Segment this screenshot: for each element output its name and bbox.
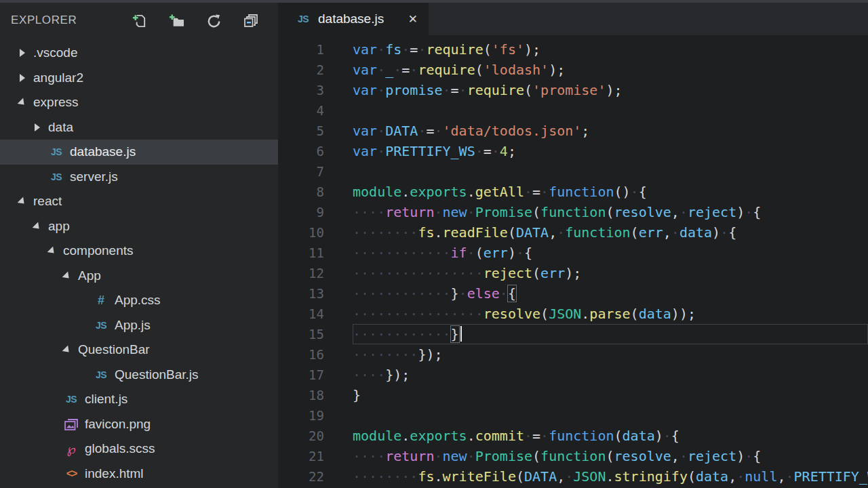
whitespace-dot: · bbox=[393, 468, 401, 485]
chevron-collapsed-icon[interactable] bbox=[34, 123, 42, 131]
tree-item-react[interactable]: react bbox=[0, 189, 278, 214]
code-token: ) bbox=[736, 204, 745, 220]
code-line[interactable]: 21····return·new·Promise(function(resolv… bbox=[278, 446, 868, 466]
code-token: fs bbox=[418, 224, 434, 241]
line-number: 4 bbox=[278, 100, 324, 121]
code-line[interactable]: 10········fs.readFile(DATA,·function(err… bbox=[278, 222, 868, 243]
chevron-expanded-icon[interactable] bbox=[34, 222, 42, 230]
tree-item-client.js[interactable]: JSclient.js bbox=[0, 387, 278, 412]
code-line[interactable]: 2var·_·=·require('lodash'); bbox=[278, 60, 868, 80]
code-token: · bbox=[540, 184, 549, 200]
chevron-collapsed-icon[interactable] bbox=[19, 74, 27, 82]
whitespace-dot: · bbox=[426, 265, 434, 281]
code-line[interactable]: 17····}); bbox=[278, 365, 868, 385]
whitespace-dot: · bbox=[565, 468, 573, 485]
tree-item-index.html[interactable]: <>index.html bbox=[0, 462, 278, 487]
tree-item-questionbar.js[interactable]: JSQuestionBar.js bbox=[0, 363, 278, 388]
tree-item-angular2[interactable]: angular2 bbox=[0, 66, 278, 91]
whitespace-dot: · bbox=[377, 123, 385, 139]
js-file-icon: JS bbox=[49, 146, 64, 157]
chevron-expanded-icon[interactable] bbox=[64, 346, 72, 354]
whitespace-dot: · bbox=[393, 245, 401, 261]
tree-item-components[interactable]: components bbox=[0, 239, 278, 264]
code-token: promise bbox=[385, 82, 442, 98]
code-line[interactable]: 9····return·new·Promise(function(resolve… bbox=[278, 202, 868, 222]
js-file-icon: JS bbox=[49, 171, 64, 182]
code-line[interactable]: 6var·PRETTIFY_WS·=·4; bbox=[278, 141, 868, 161]
code-line[interactable]: 5var·DATA·=·'data/todos.json'; bbox=[278, 121, 868, 141]
whitespace-dot: · bbox=[443, 245, 451, 261]
code-line[interactable]: 8module.exports.getAll·=·function()·{ bbox=[278, 182, 868, 202]
chevron-expanded-icon[interactable] bbox=[49, 247, 57, 255]
new-folder-button[interactable] bbox=[168, 12, 184, 28]
code-token: · bbox=[663, 428, 671, 444]
chevron-collapsed-icon[interactable] bbox=[19, 49, 27, 57]
whitespace-dot: · bbox=[377, 41, 385, 58]
whitespace-dot: · bbox=[353, 265, 361, 281]
code-line[interactable]: 15············} bbox=[278, 324, 868, 344]
code-token: = bbox=[426, 123, 434, 139]
whitespace-dot: · bbox=[393, 62, 401, 78]
whitespace-dot: · bbox=[377, 204, 385, 220]
code-token: · bbox=[467, 448, 475, 464]
code-line[interactable]: 7 bbox=[278, 161, 868, 182]
code-token: err bbox=[484, 245, 508, 261]
code-token: { bbox=[524, 245, 532, 261]
whitespace-dot: · bbox=[377, 448, 385, 464]
whitespace-dot: · bbox=[377, 62, 385, 78]
tree-item-data[interactable]: data bbox=[0, 115, 278, 140]
tab-database-js[interactable]: JS database.js ✕ bbox=[278, 3, 429, 35]
code-token: ( bbox=[484, 41, 492, 58]
tree-item-.vscode[interactable]: .vscode bbox=[0, 41, 278, 66]
line-number: 1 bbox=[278, 39, 324, 60]
code-line[interactable]: 14················resolve(JSON.parse(dat… bbox=[278, 304, 868, 324]
js-file-icon: JS bbox=[94, 320, 108, 331]
code-line[interactable]: 18} bbox=[278, 385, 868, 405]
code-line[interactable]: 13············}·else·{ bbox=[278, 283, 868, 304]
chevron-expanded-icon[interactable] bbox=[64, 272, 72, 280]
whitespace-dot: · bbox=[500, 285, 508, 302]
tree-item-globals.scss[interactable]: ℘globals.scss bbox=[0, 436, 278, 462]
tree-item-database.js[interactable]: JSdatabase.js bbox=[0, 140, 278, 165]
collapse-all-button[interactable] bbox=[243, 12, 259, 28]
code-line[interactable]: 16········}); bbox=[278, 344, 868, 365]
code-line[interactable]: 11············if·(err)·{ bbox=[278, 243, 868, 263]
close-tab-icon[interactable]: ✕ bbox=[408, 12, 418, 26]
code-line[interactable]: 3var·promise·=·require('promise'); bbox=[278, 80, 868, 100]
code-token: resolve bbox=[614, 448, 671, 464]
code-line[interactable]: 22········fs.writeFile(DATA,·JSON.string… bbox=[278, 466, 868, 487]
code-token: else bbox=[467, 285, 500, 302]
code-token: ( bbox=[516, 468, 524, 485]
whitespace-dot: · bbox=[434, 123, 442, 139]
tree-item-express[interactable]: express bbox=[0, 90, 278, 115]
code-token: , bbox=[549, 224, 557, 241]
code-line[interactable]: 4 bbox=[278, 100, 868, 121]
whitespace-dot: · bbox=[377, 285, 385, 302]
tree-item-questionbar[interactable]: QuestionBar bbox=[0, 338, 278, 363]
code-token: · bbox=[459, 82, 467, 98]
code-token: = bbox=[532, 184, 540, 200]
tree-item-app[interactable]: app bbox=[0, 214, 278, 239]
code-line[interactable]: 20module.exports.commit·=·function(data)… bbox=[278, 426, 868, 446]
code-line[interactable]: 12················reject(err); bbox=[278, 263, 868, 283]
refresh-button[interactable] bbox=[205, 12, 222, 28]
whitespace-dot: · bbox=[459, 265, 467, 281]
whitespace-dot: · bbox=[475, 143, 484, 159]
tree-item-app.js[interactable]: JSApp.js bbox=[0, 313, 278, 338]
tree-item-favicon.png[interactable]: favicon.png bbox=[0, 412, 278, 437]
tree-item-server.js[interactable]: JSserver.js bbox=[0, 165, 278, 190]
code-token: ···· bbox=[353, 367, 385, 383]
whitespace-dot: · bbox=[353, 326, 361, 342]
new-file-button[interactable] bbox=[131, 12, 147, 28]
code-line[interactable]: 1var·fs·=·require('fs'); bbox=[278, 39, 868, 60]
code-token: · bbox=[377, 41, 385, 58]
code-line-content bbox=[324, 100, 868, 121]
code-line[interactable]: 19 bbox=[278, 405, 868, 426]
chevron-expanded-icon[interactable] bbox=[19, 98, 27, 106]
whitespace-dot: · bbox=[393, 224, 401, 241]
whitespace-dot: · bbox=[410, 265, 418, 281]
tree-item-app[interactable]: App bbox=[0, 264, 278, 289]
chevron-expanded-icon[interactable] bbox=[19, 197, 27, 205]
code-editor[interactable]: 1var·fs·=·require('fs');2var·_·=·require… bbox=[278, 35, 868, 488]
tree-item-app.css[interactable]: #App.css bbox=[0, 288, 278, 313]
